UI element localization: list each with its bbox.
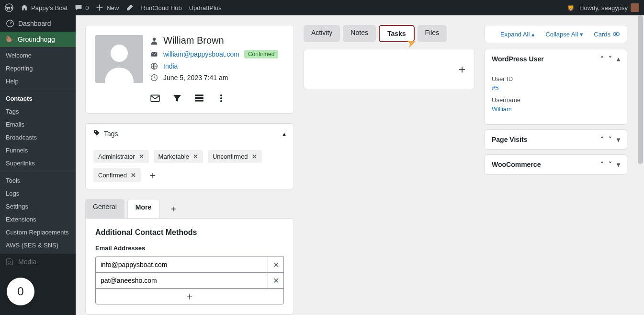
email-input-1[interactable] (95, 257, 268, 273)
tab-notes[interactable]: Notes (343, 25, 376, 42)
sidebar-media[interactable]: Media (0, 254, 76, 270)
sidebar-item-settings[interactable]: Settings (0, 200, 76, 213)
tab-more[interactable]: More (127, 199, 159, 218)
tab-activity[interactable]: Activity (304, 25, 340, 42)
svg-point-15 (220, 100, 222, 102)
remove-tag[interactable]: ✕ (139, 153, 144, 160)
tag-icon (93, 129, 100, 138)
tag-chip: Confirmed✕ (93, 168, 141, 182)
svg-rect-10 (195, 94, 203, 96)
user-greeting[interactable]: Howdy, seagypsy (579, 3, 639, 12)
add-task-button[interactable]: ＋ (456, 61, 468, 77)
username-value[interactable]: William (492, 105, 620, 113)
runcloud-link[interactable]: RunCloud Hub (141, 4, 181, 12)
sidebar-item-superlinks[interactable]: Superlinks (0, 157, 76, 170)
contact-email[interactable]: william@pappysboat.com (163, 50, 239, 58)
more-tab-content: Additional Contact Methods Email Address… (85, 218, 294, 315)
tasks-body: ＋ (304, 49, 475, 89)
action-list[interactable] (194, 93, 204, 104)
email-input-2[interactable] (95, 272, 268, 289)
collapse-icon[interactable]: ▴ (282, 130, 286, 138)
userid-label: User ID (492, 75, 620, 82)
move-up[interactable]: ˄ (600, 55, 604, 63)
comments-link[interactable]: 0 (75, 4, 89, 12)
svg-point-4 (111, 45, 128, 62)
page-visits-title: Page Visits (492, 136, 527, 143)
sidebar-item-welcome[interactable]: Welcome (0, 49, 76, 62)
svg-point-18 (615, 33, 617, 35)
site-link[interactable]: Pappy's Boat (21, 4, 68, 12)
toggle[interactable]: ▾ (617, 136, 620, 143)
username-label: Username (492, 96, 620, 104)
sidebar-item-logs[interactable]: Logs (0, 187, 76, 200)
move-up[interactable]: ˄ (600, 161, 604, 168)
contact-date: June 5, 2023 7:41 am (163, 74, 228, 82)
notification-icon[interactable]: 🦁 (567, 4, 575, 12)
contact-name: William Brown (163, 35, 224, 46)
remove-email-2[interactable]: ✕ (268, 272, 284, 289)
toggle[interactable]: ▾ (617, 161, 620, 168)
contact-header-card: William Brown william@pappysboat.comConf… (85, 25, 294, 114)
add-email-button[interactable]: ＋ (95, 288, 284, 304)
sidebar-item-extensions[interactable]: Extensions (0, 213, 76, 226)
globe-icon (150, 62, 158, 70)
sidebar-item-custom-replacements[interactable]: Custom Replacements (0, 226, 76, 239)
add-tag-button[interactable]: ＋ (146, 168, 160, 182)
tab-tasks[interactable]: Tasks➤ (379, 25, 415, 42)
svg-point-13 (220, 94, 222, 96)
move-down[interactable]: ˅ (609, 55, 612, 63)
sidebar-item-funnels[interactable]: Funnels (0, 144, 76, 157)
avatar (95, 35, 143, 83)
email-addresses-label: Email Addresses (95, 245, 284, 252)
remove-email-1[interactable]: ✕ (268, 257, 284, 273)
sidebar-item-tools[interactable]: Tools (0, 174, 76, 187)
move-down[interactable]: ˅ (609, 136, 612, 143)
email-icon (150, 50, 158, 58)
cards-controls: Expand All ▴ Collapse All ▾ Cards (485, 25, 627, 43)
sidebar-dashboard[interactable]: Dashboard (0, 15, 76, 32)
sidebar-item-contacts[interactable]: Contacts (0, 92, 76, 105)
person-icon (150, 37, 158, 45)
svg-point-16 (95, 131, 96, 132)
tab-files[interactable]: Files (418, 25, 447, 42)
page-visits-card: Page Visits ˄˅▾ (485, 129, 627, 150)
status-badge: Confirmed (244, 50, 278, 58)
collapse-all[interactable]: Collapse All ▾ (545, 30, 583, 38)
sidebar-item-tags[interactable]: Tags (0, 105, 76, 118)
woocommerce-title: WooCommerce (492, 161, 541, 168)
sidebar-groundhogg[interactable]: 🦫Groundhogg (0, 32, 76, 47)
admin-bar: Pappy's Boat 0 New RunCloud Hub UpdraftP… (0, 0, 644, 15)
wp-logo[interactable] (5, 3, 13, 12)
tab-general[interactable]: General (85, 199, 124, 218)
new-link[interactable]: New (96, 4, 119, 12)
action-more[interactable] (216, 93, 226, 104)
updraft-link[interactable]: UpdraftPlus (189, 4, 222, 12)
cursor-icon: ➤ (405, 35, 418, 50)
sidebar-item-broadcasts[interactable]: Broadcasts (0, 131, 76, 144)
action-filter[interactable] (172, 93, 182, 104)
sidebar-item-aws[interactable]: AWS (SES & SNS) (0, 239, 76, 252)
move-down[interactable]: ˅ (609, 161, 612, 168)
contact-country[interactable]: India (163, 62, 178, 70)
notification-bubble[interactable]: 0 (7, 278, 34, 305)
userid-value[interactable]: #5 (492, 84, 620, 92)
additional-methods-title: Additional Contact Methods (95, 228, 284, 237)
remove-tag[interactable]: ✕ (193, 153, 198, 160)
remove-tag[interactable]: ✕ (252, 153, 257, 160)
sidebar-item-help[interactable]: Help (0, 75, 76, 88)
cards-toggle[interactable]: Cards (594, 30, 620, 38)
tag-chip: Marketable✕ (154, 150, 203, 163)
add-tab-button[interactable]: ＋ (162, 199, 184, 218)
scrollbar[interactable] (637, 15, 644, 315)
toggle[interactable]: ▴ (617, 55, 620, 63)
remove-tag[interactable]: ✕ (131, 172, 136, 179)
action-email[interactable] (150, 93, 160, 104)
sidebar-item-reporting[interactable]: Reporting (0, 62, 76, 75)
tag-chip: Unconfirmed✕ (208, 150, 262, 163)
sidebar-item-emails[interactable]: Emails (0, 118, 76, 131)
expand-all[interactable]: Expand All ▴ (500, 30, 535, 38)
svg-point-2 (8, 261, 11, 263)
edit-icon[interactable] (126, 4, 134, 12)
move-up[interactable]: ˄ (600, 136, 604, 143)
admin-sidebar: Dashboard 🦫Groundhogg Welcome Reporting … (0, 15, 76, 315)
